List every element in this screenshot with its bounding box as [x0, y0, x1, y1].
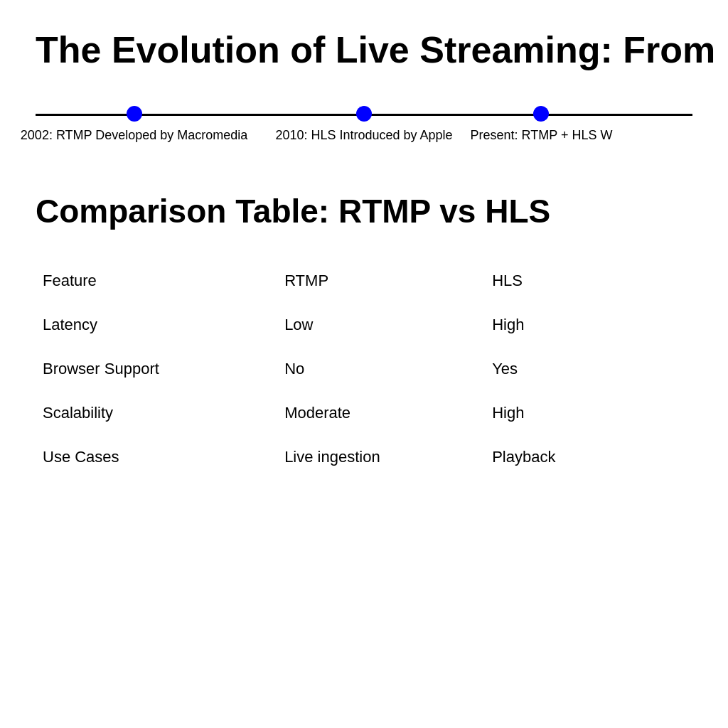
- row-usecases-rtmp: Live ingestion: [277, 435, 485, 479]
- row-scalability-rtmp: Moderate: [277, 391, 485, 435]
- table-row: Use Cases Live ingestion Playback: [36, 435, 692, 479]
- comparison-section: Comparison Table: RTMP vs HLS Feature RT…: [0, 192, 728, 479]
- timeline-label-2: 2010: HLS Introduced by Apple: [275, 128, 452, 143]
- table-row: Scalability Moderate High: [36, 391, 692, 435]
- timeline-label-3: Present: RTMP + HLS W: [471, 128, 613, 143]
- header-rtmp: RTMP: [277, 259, 485, 303]
- timeline-container: 2002: RTMP Developed by Macromedia 2010:…: [36, 92, 692, 149]
- page-title: The Evolution of Live Streaming: From RT…: [0, 0, 728, 92]
- row-usecases-hls: Playback: [485, 435, 692, 479]
- row-scalability-feature: Scalability: [36, 391, 277, 435]
- timeline-point-3: [533, 106, 549, 122]
- row-browser-hls: Yes: [485, 347, 692, 391]
- header-hls: HLS: [485, 259, 692, 303]
- comparison-table: Feature RTMP HLS Latency Low High Browse…: [36, 259, 692, 479]
- header-feature: Feature: [36, 259, 277, 303]
- comparison-title: Comparison Table: RTMP vs HLS: [36, 192, 692, 230]
- row-latency-feature: Latency: [36, 303, 277, 347]
- timeline-label-1: 2002: RTMP Developed by Macromedia: [21, 128, 248, 143]
- timeline-point-2: [356, 106, 372, 122]
- row-usecases-feature: Use Cases: [36, 435, 277, 479]
- row-scalability-hls: High: [485, 391, 692, 435]
- table-header-row: Feature RTMP HLS: [36, 259, 692, 303]
- row-latency-hls: High: [485, 303, 692, 347]
- table-row: Latency Low High: [36, 303, 692, 347]
- timeline-point-1: [127, 106, 142, 122]
- row-browser-feature: Browser Support: [36, 347, 277, 391]
- timeline-section: 2002: RTMP Developed by Macromedia 2010:…: [0, 92, 728, 149]
- row-browser-rtmp: No: [277, 347, 485, 391]
- row-latency-rtmp: Low: [277, 303, 485, 347]
- table-row: Browser Support No Yes: [36, 347, 692, 391]
